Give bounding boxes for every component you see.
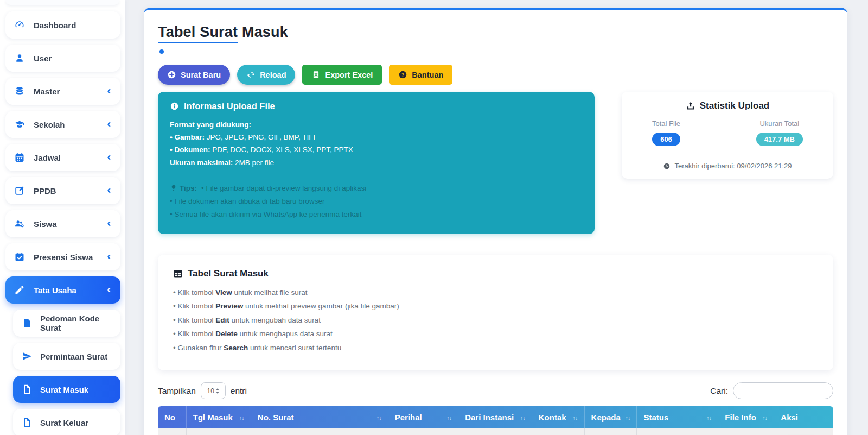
main-content: Tabel Surat Masuk Surat Baru Reload Expo… [125, 0, 868, 435]
sort-arrows-icon: ↑↓ [706, 414, 711, 421]
sidebar-item-label: Presensi Siswa [34, 253, 93, 262]
pen-square-icon [14, 185, 25, 196]
refresh-icon [246, 70, 256, 79]
total-file-label: Total File [652, 119, 680, 128]
sidebar-item-label: User [34, 54, 52, 63]
cell-no-surat: 1/INS/III.4/D/2026 [251, 428, 388, 435]
upload-info-divider [170, 176, 583, 176]
help-item-delete: • Klik tombol Delete untuk menghapus dat… [173, 330, 818, 338]
svg-text:?: ? [401, 72, 404, 78]
plus-circle-icon [167, 70, 176, 79]
sidebar-item-label: Sekolah [34, 120, 65, 129]
statistik-title: Statistik Upload [633, 100, 822, 111]
statistik-divider [633, 155, 822, 155]
sidebar-item-label: Dashboard [34, 21, 76, 30]
table-icon [173, 269, 183, 279]
sidebar-item-jadwal[interactable]: Jadwal [5, 144, 120, 171]
sidebar-item-user[interactable]: User [5, 45, 120, 72]
sort-arrows-icon: ↑↓ [446, 414, 451, 421]
bantuan-button[interactable]: ? Bantuan [389, 65, 452, 85]
database-icon [14, 86, 25, 97]
cell-tgl-masuk: 09 Februari 2026 [186, 428, 251, 435]
sidebar-item-master[interactable]: Master [5, 78, 120, 105]
column-header-kontak[interactable]: Kontak↑↓ [532, 406, 584, 428]
sidebar-item-surat-keluar[interactable]: Surat Keluar [13, 409, 120, 435]
column-header-no-surat[interactable]: No. Surat↑↓ [251, 406, 388, 428]
lightbulb-icon [170, 184, 177, 192]
calendar-check-icon [14, 251, 25, 262]
file-solid-icon [22, 318, 33, 329]
sidebar-item-permintaan-surat[interactable]: Permintaan Surat [13, 343, 120, 370]
chevron-left-icon [105, 121, 113, 128]
sidebar-item-siswa[interactable]: Siswa [5, 210, 120, 237]
search-input[interactable] [733, 382, 833, 399]
toolbar: Surat Baru Reload Export Excel ? Bantuan [158, 65, 833, 85]
upload-icon [686, 101, 695, 111]
statistik-title-text: Statistik Upload [700, 100, 769, 111]
sidebar-item-dashboard[interactable]: Dashboard [5, 11, 120, 39]
column-header-kepada[interactable]: Kepada↑↓ [584, 406, 637, 428]
panels-row: Informasi Upload File Format yang diduku… [158, 92, 833, 234]
sidebar-item-ppdb[interactable]: PPDB [5, 177, 120, 204]
column-header-file-info[interactable]: File Info↑↓ [718, 406, 774, 428]
table-row: 1 09 Februari 2026 1/INS/III.4/D/2026 so… [158, 428, 833, 435]
sort-arrows-icon: ↑↓ [573, 414, 578, 421]
page-title-rest: Masuk [238, 24, 288, 40]
cell-perihal: sosialisasi taawundikmu [388, 428, 458, 435]
sidebar-item-presensi-siswa[interactable]: Presensi Siswa [5, 243, 120, 270]
help-item-edit: • Klik tombol Edit untuk mengubah data s… [173, 316, 818, 324]
surat-baru-button[interactable]: Surat Baru [158, 65, 230, 85]
surat-masuk-table: No Tgl Masuk↑↓ No. Surat↑↓ Perihal↑↓ Dar… [158, 406, 833, 435]
format-gambar-line: • Gambar: JPG, JPEG, PNG, GIF, BMP, TIFF [170, 131, 583, 143]
sidebar-item-label: Tata Usaha [34, 286, 76, 295]
gauge-icon [14, 20, 25, 30]
chevron-left-icon [105, 220, 113, 228]
search-wrap: Cari: [710, 382, 833, 399]
sort-arrows-icon: ↑↓ [625, 414, 630, 421]
sidebar-item-tata-usaha[interactable]: Tata Usaha [5, 276, 120, 304]
sidebar-item-sekolah[interactable]: Sekolah [5, 111, 120, 138]
upload-info-panel: Informasi Upload File Format yang diduku… [158, 92, 595, 234]
sidebar-item-pedoman-kode-surat[interactable]: Pedoman Kode Surat [13, 310, 120, 337]
file-outline-icon [22, 417, 33, 428]
page-size-select[interactable]: 10 [201, 382, 226, 399]
table-help-title-text: Tabel Surat Masuk [188, 268, 269, 279]
column-header-tgl-masuk[interactable]: Tgl Masuk↑↓ [186, 406, 251, 428]
cell-status: BELUM DISPOSISI [637, 428, 718, 435]
user-icon [14, 53, 25, 64]
cell-file-info: P PDF 766.7 KB [718, 428, 774, 435]
statistik-columns: Total File 606 Ukuran Total 417.7 MB [633, 119, 822, 146]
sidebar-item-label: PPDB [34, 186, 56, 196]
cell-dari-instansi: Majelis Dikdasmen PDM Sidoarjo [458, 428, 532, 435]
sort-arrows-icon: ↑↓ [520, 414, 525, 421]
sidebar-item-label: Surat Masuk [40, 385, 88, 394]
sidebar-item-surat-masuk[interactable]: Surat Masuk [13, 376, 120, 403]
column-header-aksi: Aksi [774, 406, 833, 428]
users-gear-icon [14, 218, 25, 229]
sidebar-item-label: Permintaan Surat [40, 352, 107, 361]
chevron-left-icon [105, 154, 113, 161]
table-controls: Tampilkan 10 entri Cari: [158, 382, 833, 399]
column-header-status[interactable]: Status↑↓ [637, 406, 718, 428]
entries-label: entri [231, 386, 247, 396]
export-excel-button[interactable]: Export Excel [302, 65, 382, 85]
table-help-title: Tabel Surat Masuk [173, 268, 818, 279]
reload-button[interactable]: Reload [237, 65, 295, 85]
format-dokumen-line: • Dokumen: PDF, DOC, DOCX, XLS, XLSX, PP… [170, 143, 583, 156]
total-file-stat: Total File 606 [652, 119, 680, 146]
column-header-perihal[interactable]: Perihal↑↓ [388, 406, 458, 428]
calendar-icon [14, 152, 25, 163]
help-item-search: • Gunakan fitur Search untuk mencari sur… [173, 344, 818, 352]
clock-icon [663, 162, 671, 170]
sidebar: Dashboard User Master Sekolah Jadwal PPD… [0, 0, 125, 435]
column-header-dari-instansi[interactable]: Dari Instansi↑↓ [458, 406, 532, 428]
ukuran-total-badge: 417.7 MB [756, 133, 803, 146]
chevron-left-icon [105, 286, 113, 294]
max-size-line: Ukuran maksimal: 2MB per file [170, 156, 583, 169]
ukuran-total-label: Ukuran Total [756, 119, 803, 128]
excel-file-icon [311, 70, 321, 79]
bantuan-label: Bantuan [412, 71, 443, 79]
surat-baru-label: Surat Baru [181, 71, 221, 79]
table-help-card: Tabel Surat Masuk • Klik tombol View unt… [158, 255, 833, 371]
sidebar-item-label: Surat Keluar [40, 418, 88, 427]
